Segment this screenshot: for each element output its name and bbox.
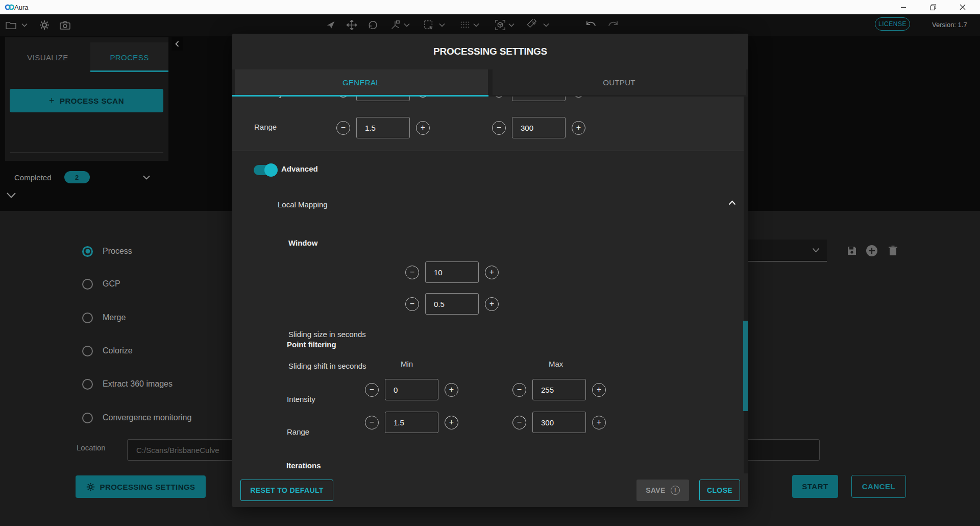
tab-output[interactable]: OUTPUT xyxy=(493,69,746,95)
aura-logo-icon xyxy=(4,3,15,11)
pf-range-min-stepper: − 1.5 + xyxy=(365,412,458,433)
decrement-button[interactable]: − xyxy=(405,266,419,279)
window-section-title: Window xyxy=(288,238,317,247)
decrement-button[interactable]: − xyxy=(512,416,526,429)
sliding-shift-label: Sliding shift in seconds xyxy=(288,362,366,370)
advanced-label: Advanced xyxy=(281,164,318,173)
sliding-shift-stepper: − 0.5 + xyxy=(405,293,499,315)
local-mapping-header[interactable]: Local Mapping xyxy=(248,195,738,213)
pf-intensity-min-stepper: − 0 + xyxy=(365,379,458,400)
decrement-button[interactable]: − xyxy=(365,416,379,429)
decrement-button[interactable]: − xyxy=(492,97,506,98)
pf-range-min-input[interactable]: 1.5 xyxy=(385,412,438,433)
max-column-header: Max xyxy=(549,360,563,368)
dialog-tabbar: GENERAL OUTPUT xyxy=(232,69,748,97)
range-max-input[interactable]: 300 xyxy=(512,117,566,138)
modal-scrollbar-thumb[interactable] xyxy=(743,321,748,411)
app-title: Aura xyxy=(14,4,28,11)
increment-button[interactable]: + xyxy=(572,97,585,98)
increment-button[interactable]: + xyxy=(445,383,458,397)
increment-button[interactable]: + xyxy=(592,383,606,397)
close-button[interactable] xyxy=(948,0,977,14)
titlebar: Aura xyxy=(0,0,980,14)
iterations-title: Iterations xyxy=(286,461,321,470)
processing-settings-dialog: PROCESSING SETTINGS GENERAL OUTPUT Inten… xyxy=(232,34,748,507)
increment-button[interactable]: + xyxy=(445,416,458,429)
pf-range-max-stepper: − 300 + xyxy=(512,412,606,433)
point-filtering-title: Point filtering xyxy=(287,340,336,349)
sliding-shift-input[interactable]: 0.5 xyxy=(425,293,479,315)
pf-intensity-min-input[interactable]: 0 xyxy=(385,379,438,400)
advanced-toggle[interactable] xyxy=(254,165,276,175)
toggle-knob[interactable] xyxy=(264,163,278,177)
local-mapping-title: Local Mapping xyxy=(278,200,328,209)
pf-intensity-max-input[interactable]: 255 xyxy=(532,379,586,400)
pf-range-label: Range xyxy=(287,427,309,436)
range-min-stepper: − 1.5 + xyxy=(336,117,430,138)
decrement-button[interactable]: − xyxy=(336,97,350,98)
save-button[interactable]: SAVE ! xyxy=(636,480,689,501)
decrement-button[interactable]: − xyxy=(512,383,526,397)
warning-circle-icon: ! xyxy=(671,486,680,495)
decrement-button[interactable]: − xyxy=(405,297,419,311)
intensity-min-input[interactable]: 0 xyxy=(356,97,410,101)
range-min-input[interactable]: 1.5 xyxy=(356,117,410,138)
pf-intensity-max-stepper: − 255 + xyxy=(512,379,606,400)
intensity-min-stepper: − 0 + xyxy=(336,97,430,101)
increment-button[interactable]: + xyxy=(592,416,606,429)
app-window: Aura xyxy=(0,0,980,526)
sliding-size-label: Sliding size in seconds xyxy=(288,330,366,339)
section-divider xyxy=(232,151,748,151)
intensity-row-label: Intensity xyxy=(254,97,283,98)
increment-button[interactable]: + xyxy=(416,97,430,98)
min-column-header: Min xyxy=(401,360,413,368)
decrement-button[interactable]: − xyxy=(365,383,379,397)
range-max-stepper: − 300 + xyxy=(492,117,585,138)
close-dialog-button[interactable]: CLOSE xyxy=(699,480,740,501)
sliding-size-stepper: − 10 + xyxy=(405,261,499,283)
tab-general[interactable]: GENERAL xyxy=(235,69,488,95)
collapse-chevron-up-icon[interactable] xyxy=(728,200,736,205)
increment-button[interactable]: + xyxy=(416,121,430,135)
decrement-button[interactable]: − xyxy=(336,121,350,135)
intensity-max-stepper: − 255 + xyxy=(492,97,585,101)
top-section-background xyxy=(232,97,748,151)
increment-button[interactable]: + xyxy=(572,121,585,135)
increment-button[interactable]: + xyxy=(485,297,499,311)
dialog-title: PROCESSING SETTINGS xyxy=(232,46,748,57)
maximize-button[interactable] xyxy=(918,0,948,14)
intensity-max-input[interactable]: 255 xyxy=(512,97,566,101)
minimize-button[interactable] xyxy=(889,0,918,14)
range-row-label: Range xyxy=(254,123,277,131)
sliding-size-input[interactable]: 10 xyxy=(425,261,479,283)
increment-button[interactable]: + xyxy=(485,266,499,279)
pf-range-max-input[interactable]: 300 xyxy=(532,412,586,433)
decrement-button[interactable]: − xyxy=(492,121,506,135)
pf-intensity-label: Intensity xyxy=(287,395,315,403)
dialog-content: Intensity − 0 + − 255 + Range − 1.5 + − … xyxy=(232,97,748,473)
reset-to-default-button[interactable]: RESET TO DEFAULT xyxy=(240,480,333,501)
modal-scrollbar-track[interactable] xyxy=(744,97,748,473)
